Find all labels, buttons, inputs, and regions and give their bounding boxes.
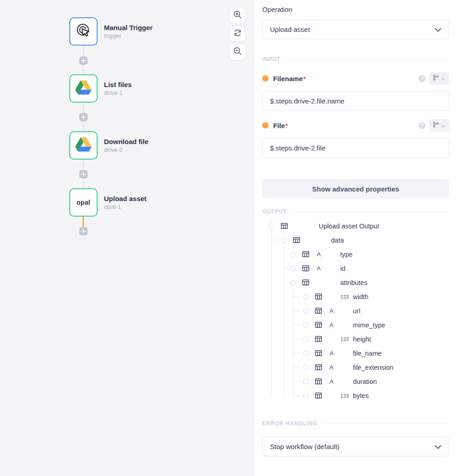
chevron-down-icon — [441, 74, 446, 83]
required-marker: * — [285, 122, 288, 129]
tree-node-circle[interactable] — [290, 252, 296, 257]
string-icon: A — [326, 364, 337, 371]
manual-trigger-icon — [75, 22, 92, 41]
node-icon-box[interactable] — [69, 17, 98, 46]
output-tree-row[interactable]: A file_name — [262, 346, 449, 360]
file-field-label: File — [273, 122, 285, 129]
object-icon — [313, 350, 323, 356]
object-icon — [313, 336, 323, 342]
number-icon: 123 — [340, 336, 350, 342]
tree-node-circle[interactable] — [303, 365, 309, 370]
tree-node-circle[interactable] — [269, 223, 275, 229]
input-section-label: INPUT — [262, 56, 280, 62]
magnifier-plus-icon — [233, 10, 242, 21]
object-icon — [313, 322, 323, 328]
output-tree-row[interactable]: A id — [262, 261, 449, 275]
help-icon[interactable]: ? — [419, 75, 425, 82]
string-icon: A — [326, 307, 337, 314]
add-step-button[interactable] — [79, 113, 88, 121]
required-marker: * — [303, 75, 306, 83]
node-title: Download file — [104, 137, 149, 146]
add-step-button[interactable] — [79, 170, 88, 178]
tree-node-circle[interactable] — [303, 308, 309, 314]
node-subtitle: opal-1 — [104, 203, 146, 211]
object-icon — [313, 294, 323, 300]
workflow-canvas[interactable]: Manual Trigger trigger List — [0, 0, 254, 476]
zoom-in-button[interactable] — [229, 7, 246, 24]
node-subtitle: drive-1 — [104, 89, 132, 97]
file-input[interactable] — [262, 138, 449, 158]
output-tree-row[interactable]: Upload asset Output — [262, 219, 449, 233]
error-handling-select[interactable]: Stop workflow (default) — [262, 437, 449, 456]
tree-node-label: duration — [353, 378, 377, 385]
operation-label: Operation — [262, 5, 449, 13]
output-tree-row[interactable]: data — [262, 233, 449, 247]
node-text: Download file drive-2 — [104, 137, 149, 154]
tree-node-circle[interactable] — [303, 336, 309, 342]
filename-input[interactable] — [262, 91, 449, 111]
node-subtitle: trigger — [104, 32, 153, 40]
tree-node-circle[interactable] — [303, 351, 309, 356]
mapping-mode-button[interactable] — [429, 119, 449, 132]
workflow-node[interactable]: List files drive-1 — [69, 74, 132, 103]
output-tree-row[interactable]: A url — [262, 304, 449, 318]
refresh-button[interactable] — [229, 26, 246, 42]
node-title: List files — [104, 80, 132, 89]
tree-node-label: bytes — [353, 392, 369, 399]
workflow-node[interactable]: opal Upload asset opal-1 — [69, 188, 146, 217]
output-tree: Upload asset Output data A type — [262, 219, 449, 403]
show-advanced-properties-button[interactable]: Show advanced properties — [262, 179, 449, 198]
opal-logo: opal — [77, 199, 90, 206]
output-section-divider: OUTPUT — [254, 208, 456, 215]
node-icon-box[interactable] — [69, 131, 98, 160]
zoom-out-button[interactable] — [229, 44, 246, 60]
node-icon-box[interactable]: opal — [69, 188, 98, 217]
tree-node-circle[interactable] — [303, 294, 309, 300]
tree-node-label: id — [340, 265, 345, 272]
tree-node-label: height — [353, 336, 371, 343]
string-icon: A — [326, 378, 337, 385]
tree-node-circle[interactable] — [303, 322, 309, 328]
tree-node-circle[interactable] — [290, 266, 296, 271]
add-step-button[interactable] — [79, 57, 88, 65]
node-text: List files drive-1 — [104, 80, 132, 97]
chevron-down-icon — [441, 121, 446, 129]
tree-node-label: file_extension — [353, 364, 394, 371]
object-icon — [313, 364, 323, 370]
output-tree-row[interactable]: 123 bytes — [262, 388, 449, 403]
add-step-button[interactable] — [79, 227, 88, 235]
workflow-node[interactable]: Download file drive-2 — [69, 131, 149, 160]
tree-node-label: file_name — [353, 350, 382, 357]
error-handling-section-divider: ERROR HANDLING — [254, 420, 456, 427]
object-icon — [301, 251, 311, 257]
canvas-controls — [229, 7, 246, 60]
tree-node-circle[interactable] — [290, 280, 296, 285]
help-icon[interactable]: ? — [419, 122, 425, 129]
workflow-editor: Manual Trigger trigger List — [0, 0, 456, 476]
tree-node-label: attributes — [340, 279, 368, 286]
node-icon-box[interactable] — [69, 74, 98, 103]
object-icon — [313, 393, 323, 398]
input-section-divider: INPUT — [254, 56, 456, 63]
node-text: Upload asset opal-1 — [104, 194, 146, 211]
workflow-node[interactable]: Manual Trigger trigger — [69, 17, 153, 46]
output-tree-row[interactable]: A type — [262, 247, 449, 261]
output-tree-row[interactable]: A file_extension — [262, 360, 449, 374]
object-icon — [313, 308, 323, 314]
error-handling-value: Stop workflow (default) — [270, 443, 340, 450]
tree-node-circle[interactable] — [303, 379, 309, 384]
output-tree-row[interactable]: A duration — [262, 374, 449, 388]
tree-node-label: data — [331, 237, 344, 244]
mapping-mode-button[interactable] — [429, 72, 449, 85]
output-tree-row[interactable]: attributes — [262, 275, 449, 290]
tree-node-circle[interactable] — [303, 393, 309, 398]
node-subtitle: drive-2 — [104, 146, 149, 154]
sync-icon — [233, 28, 242, 39]
output-tree-row[interactable]: A mime_type — [262, 318, 449, 332]
tree-node-circle[interactable] — [281, 238, 287, 243]
output-tree-row[interactable]: 123 width — [262, 290, 449, 304]
output-tree-row[interactable]: 123 height — [262, 332, 449, 346]
mapped-value-indicator — [262, 122, 269, 129]
operation-select[interactable]: Upload asset — [262, 20, 449, 39]
tree-node-label: mime_type — [353, 321, 385, 329]
